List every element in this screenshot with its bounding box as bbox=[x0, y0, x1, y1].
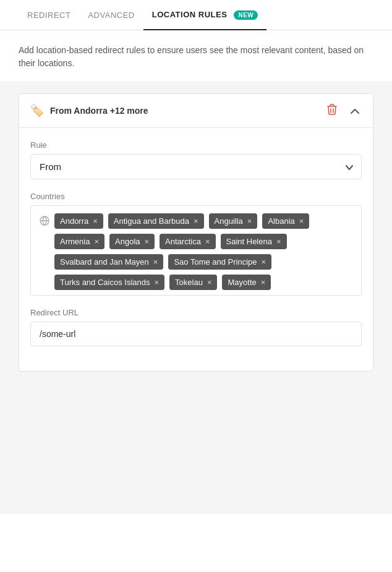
rule-card-title: From Andorra +12 more bbox=[50, 106, 148, 116]
redirect-url-form-group: Redirect URL bbox=[30, 308, 362, 346]
countries-label: Countries bbox=[30, 192, 362, 201]
country-tag-label: Tokelau bbox=[175, 278, 203, 287]
remove-country-button[interactable]: × bbox=[154, 278, 159, 286]
tags-area: Andorra×Antigua and Barbuda×Anguilla×Alb… bbox=[54, 213, 352, 290]
remove-country-button[interactable]: × bbox=[299, 217, 304, 225]
rule-label: Rule bbox=[30, 140, 362, 150]
new-badge: NEW bbox=[234, 11, 258, 20]
country-tag: Antarctica× bbox=[160, 234, 215, 249]
tab-redirect[interactable]: REDIRECT bbox=[19, 1, 79, 30]
remove-country-button[interactable]: × bbox=[276, 237, 281, 245]
country-tag-label: Antarctica bbox=[165, 237, 201, 246]
rule-card-header-left: 🏷️ From Andorra +12 more bbox=[30, 104, 148, 117]
countries-form-group: Countries Andorra×Antigua and Barbuda×An… bbox=[30, 192, 362, 296]
remove-country-button[interactable]: × bbox=[153, 258, 158, 266]
remove-country-button[interactable]: × bbox=[94, 237, 99, 245]
country-tag-label: Svalbard and Jan Mayen bbox=[60, 257, 149, 267]
country-tag: Angola× bbox=[109, 234, 155, 249]
country-tag-label: Sao Tome and Principe bbox=[174, 257, 257, 267]
countries-box[interactable]: Andorra×Antigua and Barbuda×Anguilla×Alb… bbox=[30, 205, 362, 296]
country-tag: Albania× bbox=[262, 213, 309, 229]
country-tag: Andorra× bbox=[54, 213, 103, 229]
tabs-bar: REDIRECT ADVANCED LOCATION RULES NEW bbox=[0, 0, 392, 30]
remove-country-button[interactable]: × bbox=[145, 237, 150, 245]
country-tag: Turks and Caicos Islands× bbox=[54, 275, 164, 290]
globe-icon bbox=[40, 216, 49, 228]
remove-country-button[interactable]: × bbox=[261, 278, 266, 286]
country-tag: Sao Tome and Principe× bbox=[168, 254, 271, 270]
country-tag-label: Saint Helena bbox=[226, 237, 272, 246]
rule-card-header-right bbox=[325, 103, 362, 119]
remove-country-button[interactable]: × bbox=[247, 217, 252, 225]
tab-advanced[interactable]: ADVANCED bbox=[79, 1, 143, 30]
country-tag-label: Angola bbox=[115, 237, 140, 246]
tag-icon: 🏷️ bbox=[30, 104, 44, 117]
content-area: 🏷️ From Andorra +12 more bbox=[0, 81, 392, 514]
rule-form-group: Rule From bbox=[30, 140, 362, 179]
rule-select[interactable]: From bbox=[30, 154, 362, 179]
country-tag-label: Albania bbox=[268, 216, 294, 226]
country-tag-label: Anguilla bbox=[215, 216, 243, 226]
collapse-rule-button[interactable] bbox=[348, 104, 362, 117]
rule-card-header: 🏷️ From Andorra +12 more bbox=[19, 94, 373, 127]
page-wrapper: REDIRECT ADVANCED LOCATION RULES NEW Add… bbox=[0, 0, 392, 572]
country-tag-label: Mayotte bbox=[228, 278, 256, 287]
rule-select-wrapper: From bbox=[30, 154, 362, 179]
country-tag: Saint Helena× bbox=[221, 234, 287, 249]
remove-country-button[interactable]: × bbox=[205, 237, 210, 245]
tab-location-rules-label: LOCATION RULES bbox=[152, 10, 228, 19]
country-tag: Armenia× bbox=[54, 234, 104, 249]
remove-country-button[interactable]: × bbox=[262, 258, 266, 266]
country-tag-label: Antigua and Barbuda bbox=[114, 216, 189, 226]
country-tag: Antigua and Barbuda× bbox=[108, 213, 204, 229]
country-tag: Svalbard and Jan Mayen× bbox=[54, 254, 163, 270]
remove-country-button[interactable]: × bbox=[207, 278, 212, 286]
rule-card-body: Rule From Countries bbox=[19, 127, 373, 371]
redirect-url-input[interactable] bbox=[30, 322, 362, 346]
country-tag-label: Armenia bbox=[60, 237, 90, 246]
country-tag: Anguilla× bbox=[209, 213, 258, 229]
remove-country-button[interactable]: × bbox=[194, 217, 198, 225]
tab-location-rules[interactable]: LOCATION RULES NEW bbox=[143, 0, 267, 30]
description-text: Add location-based redirect rules to ens… bbox=[0, 30, 392, 81]
country-tag-label: Turks and Caicos Islands bbox=[60, 278, 150, 287]
redirect-url-label: Redirect URL bbox=[30, 308, 362, 317]
rule-card: 🏷️ From Andorra +12 more bbox=[19, 93, 373, 372]
remove-country-button[interactable]: × bbox=[93, 217, 98, 225]
country-tag: Mayotte× bbox=[222, 275, 271, 290]
country-tag: Tokelau× bbox=[169, 275, 217, 290]
country-tag-label: Andorra bbox=[60, 216, 88, 226]
delete-rule-button[interactable] bbox=[325, 103, 339, 119]
